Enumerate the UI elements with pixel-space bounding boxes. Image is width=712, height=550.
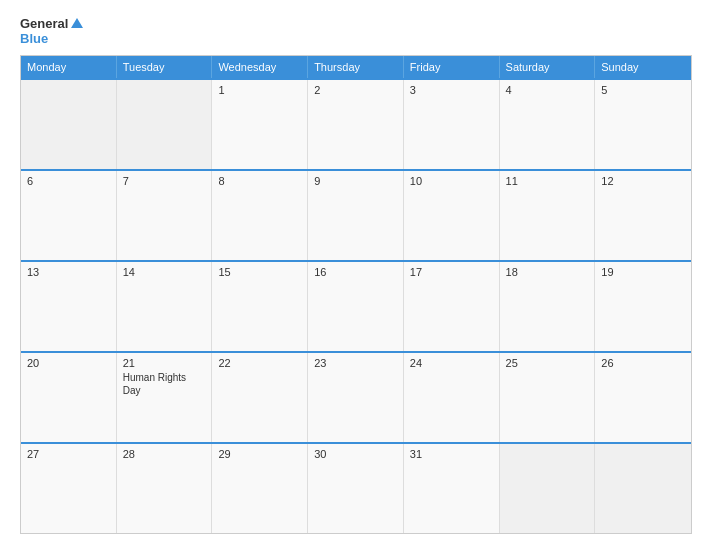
day-number: 1 bbox=[218, 84, 301, 96]
day-number: 15 bbox=[218, 266, 301, 278]
day-cell: 3 bbox=[404, 80, 500, 169]
logo-triangle-icon bbox=[71, 18, 83, 28]
day-number: 17 bbox=[410, 266, 493, 278]
day-header-sunday: Sunday bbox=[595, 56, 691, 78]
day-number: 19 bbox=[601, 266, 685, 278]
day-cell: 8 bbox=[212, 171, 308, 260]
day-cell: 26 bbox=[595, 353, 691, 442]
day-cell: 1 bbox=[212, 80, 308, 169]
day-cell: 17 bbox=[404, 262, 500, 351]
day-number: 2 bbox=[314, 84, 397, 96]
day-cell: 20 bbox=[21, 353, 117, 442]
day-number: 24 bbox=[410, 357, 493, 369]
day-cell bbox=[595, 444, 691, 533]
day-header-saturday: Saturday bbox=[500, 56, 596, 78]
day-cell: 9 bbox=[308, 171, 404, 260]
day-cell: 29 bbox=[212, 444, 308, 533]
day-number: 14 bbox=[123, 266, 206, 278]
day-cell: 28 bbox=[117, 444, 213, 533]
day-number: 18 bbox=[506, 266, 589, 278]
day-cell: 22 bbox=[212, 353, 308, 442]
day-header-friday: Friday bbox=[404, 56, 500, 78]
day-header-tuesday: Tuesday bbox=[117, 56, 213, 78]
week-row-4: 2021Human Rights Day2223242526 bbox=[21, 351, 691, 442]
day-cell: 7 bbox=[117, 171, 213, 260]
day-cell: 13 bbox=[21, 262, 117, 351]
day-cell: 15 bbox=[212, 262, 308, 351]
day-cell: 12 bbox=[595, 171, 691, 260]
day-number: 23 bbox=[314, 357, 397, 369]
header: General Blue bbox=[20, 16, 692, 45]
day-number: 29 bbox=[218, 448, 301, 460]
day-header-thursday: Thursday bbox=[308, 56, 404, 78]
day-cell: 19 bbox=[595, 262, 691, 351]
day-number: 8 bbox=[218, 175, 301, 187]
day-cell: 21Human Rights Day bbox=[117, 353, 213, 442]
week-row-1: 12345 bbox=[21, 78, 691, 169]
day-number: 26 bbox=[601, 357, 685, 369]
day-headers-row: MondayTuesdayWednesdayThursdayFridaySatu… bbox=[21, 56, 691, 78]
day-cell: 14 bbox=[117, 262, 213, 351]
day-number: 31 bbox=[410, 448, 493, 460]
day-number: 21 bbox=[123, 357, 206, 369]
day-cell: 6 bbox=[21, 171, 117, 260]
calendar-page: General Blue MondayTuesdayWednesdayThurs… bbox=[0, 0, 712, 550]
day-number: 11 bbox=[506, 175, 589, 187]
event-label: Human Rights Day bbox=[123, 371, 206, 397]
day-number: 13 bbox=[27, 266, 110, 278]
calendar-grid: MondayTuesdayWednesdayThursdayFridaySatu… bbox=[20, 55, 692, 534]
day-cell: 5 bbox=[595, 80, 691, 169]
logo-general-text: General bbox=[20, 16, 68, 32]
day-number: 27 bbox=[27, 448, 110, 460]
day-cell: 23 bbox=[308, 353, 404, 442]
day-cell: 24 bbox=[404, 353, 500, 442]
day-header-monday: Monday bbox=[21, 56, 117, 78]
logo-blue-text: Blue bbox=[20, 32, 48, 45]
week-row-5: 2728293031 bbox=[21, 442, 691, 533]
day-cell: 10 bbox=[404, 171, 500, 260]
logo: General Blue bbox=[20, 16, 83, 45]
day-number: 20 bbox=[27, 357, 110, 369]
day-number: 12 bbox=[601, 175, 685, 187]
day-number: 22 bbox=[218, 357, 301, 369]
day-cell bbox=[117, 80, 213, 169]
day-number: 5 bbox=[601, 84, 685, 96]
day-cell: 27 bbox=[21, 444, 117, 533]
week-row-2: 6789101112 bbox=[21, 169, 691, 260]
day-cell: 25 bbox=[500, 353, 596, 442]
day-cell: 11 bbox=[500, 171, 596, 260]
day-cell bbox=[21, 80, 117, 169]
day-cell: 30 bbox=[308, 444, 404, 533]
day-header-wednesday: Wednesday bbox=[212, 56, 308, 78]
calendar-weeks: 123456789101112131415161718192021Human R… bbox=[21, 78, 691, 533]
day-cell: 4 bbox=[500, 80, 596, 169]
day-number: 6 bbox=[27, 175, 110, 187]
day-number: 3 bbox=[410, 84, 493, 96]
day-number: 9 bbox=[314, 175, 397, 187]
day-cell: 31 bbox=[404, 444, 500, 533]
day-number: 16 bbox=[314, 266, 397, 278]
day-cell: 18 bbox=[500, 262, 596, 351]
day-number: 7 bbox=[123, 175, 206, 187]
day-cell: 2 bbox=[308, 80, 404, 169]
day-number: 4 bbox=[506, 84, 589, 96]
day-cell bbox=[500, 444, 596, 533]
week-row-3: 13141516171819 bbox=[21, 260, 691, 351]
day-number: 10 bbox=[410, 175, 493, 187]
day-number: 28 bbox=[123, 448, 206, 460]
day-number: 25 bbox=[506, 357, 589, 369]
day-cell: 16 bbox=[308, 262, 404, 351]
day-number: 30 bbox=[314, 448, 397, 460]
